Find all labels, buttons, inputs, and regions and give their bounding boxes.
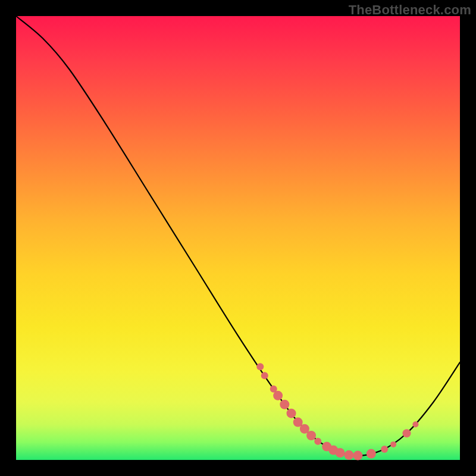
chart-frame: TheBottleneck.com	[0, 0, 476, 476]
curve-marker	[336, 448, 345, 458]
watermark-text: TheBottleneck.com	[349, 2, 471, 18]
curve-marker	[402, 429, 411, 437]
curve-marker	[353, 451, 362, 461]
curve-marker	[306, 431, 316, 440]
curve-marker	[280, 400, 289, 409]
bottleneck-curve	[16, 16, 460, 456]
curve-marker	[256, 363, 264, 370]
curve-marker	[287, 409, 296, 418]
curve-marker	[367, 449, 376, 459]
curve-marker	[273, 391, 283, 400]
curve-marker	[412, 421, 418, 427]
chart-svg	[16, 16, 460, 460]
curve-marker	[261, 372, 268, 379]
curve-marker	[381, 446, 388, 453]
curve-marker	[390, 441, 396, 447]
curve-marker	[314, 438, 321, 445]
curve-markers	[256, 363, 418, 460]
curve-marker	[345, 450, 354, 460]
